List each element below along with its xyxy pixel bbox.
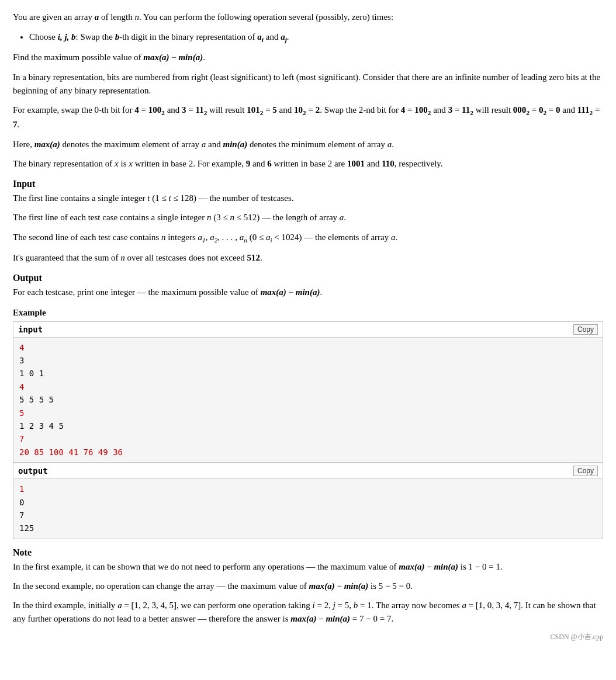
val-110: 110 xyxy=(382,159,394,168)
val-6: 6 xyxy=(267,159,272,168)
operation-list: Choose i, j, b: Swap the b-th digit in t… xyxy=(29,30,603,45)
intro-para1: You are given an array a of length n. Yo… xyxy=(13,11,603,24)
min-a-here: min(a) xyxy=(223,140,248,149)
var-b: b xyxy=(115,32,120,41)
example-section: Example input Copy 4 3 1 0 1 4 5 5 5 5 5… xyxy=(13,308,603,539)
val-1001: 1001 xyxy=(347,159,365,168)
var-aj: aj xyxy=(281,32,287,41)
input-line1: The first line contains a single integer… xyxy=(13,192,603,205)
var-t: t xyxy=(147,193,150,203)
val-100-2b: 1002 xyxy=(414,105,431,115)
min-a-note2: min(a) xyxy=(344,581,369,591)
example-output-block: output Copy 1 0 7 125 xyxy=(13,463,603,539)
here-para: Here, max(a) denotes the maximum element… xyxy=(13,138,603,151)
input-line-1: 4 xyxy=(19,341,597,354)
var-ai: ai xyxy=(257,32,264,41)
val-11-2b: 112 xyxy=(462,105,473,115)
var-a-note3: a xyxy=(117,601,122,610)
footer-credit: CSDN @小吉.cpp xyxy=(13,632,603,642)
problem-statement: You are given an array a of length n. Yo… xyxy=(13,11,603,642)
val-3: 3 xyxy=(182,105,186,115)
input-line2: The first line of each test case contain… xyxy=(13,211,603,224)
max-a-note2: max(a) xyxy=(309,581,334,591)
copy-input-button[interactable]: Copy xyxy=(573,324,598,335)
copy-output-button[interactable]: Copy xyxy=(573,466,598,476)
output-line-3: 7 xyxy=(19,509,597,522)
var-n4: n xyxy=(161,233,166,242)
max-a-note1: max(a) xyxy=(399,562,424,571)
val-3b: 3 xyxy=(448,105,453,115)
var-elements: a1, a2, . . . , an xyxy=(198,233,247,242)
val-9: 9 xyxy=(246,159,251,168)
var-j-note3: j xyxy=(333,601,335,610)
output-line-2: 0 xyxy=(19,496,597,509)
var-a-here2: a xyxy=(387,140,392,149)
input-line-7: 1 2 3 4 5 xyxy=(19,419,597,432)
input-line-6: 5 xyxy=(19,407,597,419)
output-line1: For each testcase, print one integer — t… xyxy=(13,286,603,299)
var-x: x xyxy=(115,159,119,168)
output-section: Output For each testcase, print one inte… xyxy=(13,273,603,299)
var-n2: n xyxy=(207,213,212,222)
output-line-1: 1 xyxy=(19,483,597,495)
var-a-input2: a xyxy=(391,233,396,242)
val-0-2: 02 xyxy=(539,105,546,115)
val-10-2: 102 xyxy=(294,105,306,115)
example-output-label: output xyxy=(18,466,48,476)
input-section: Input The first line contains a single i… xyxy=(13,179,603,265)
var-ai-input: ai xyxy=(266,233,272,242)
max-a-output: max(a) xyxy=(261,287,286,297)
input-title: Input xyxy=(13,179,603,189)
binary-explanation: In a binary representation, bits are num… xyxy=(13,71,603,98)
note-para3: In the third example, initially a = [1, … xyxy=(13,599,603,626)
example-input-header: input Copy xyxy=(13,322,603,338)
val-4: 4 xyxy=(134,105,139,115)
example-swap-para: For example, swap the 0-th bit for 4 = 1… xyxy=(13,103,603,132)
example-output-body: 1 0 7 125 xyxy=(13,479,603,539)
example-input-body: 4 3 1 0 1 4 5 5 5 5 5 1 2 3 4 5 7 20 85 … xyxy=(13,338,603,463)
output-line-4: 125 xyxy=(19,522,597,535)
binary-rep-para: The binary representation of x is x writ… xyxy=(13,157,603,171)
var-n3: n xyxy=(230,213,234,222)
max-a-text: max(a) xyxy=(143,53,169,62)
val-100-2: 1002 xyxy=(148,105,165,115)
input-line4: It's guaranteed that the sum of n over a… xyxy=(13,251,603,265)
var-a-here: a xyxy=(202,140,206,149)
var-ijb: i, j, b xyxy=(58,32,76,41)
var-i-note3: i xyxy=(313,601,315,610)
val-4b: 4 xyxy=(401,105,406,115)
max-a-note3: max(a) xyxy=(290,614,316,623)
min-a-output: min(a) xyxy=(296,287,320,297)
var-a: a xyxy=(95,12,99,22)
note-title: Note xyxy=(13,547,603,558)
note-section: Note In the first example, it can be sho… xyxy=(13,547,603,626)
note-para2: In the second example, no operation can … xyxy=(13,580,603,593)
input-line-5: 5 5 5 5 xyxy=(19,393,597,406)
val-0: 0 xyxy=(556,105,560,115)
note-para1: In the first example, it can be shown th… xyxy=(13,560,603,574)
val-111-2: 1112 xyxy=(577,105,593,115)
var-a-note3b: a xyxy=(462,601,466,610)
val-512: 512 xyxy=(247,253,261,262)
var-x2: x xyxy=(129,159,133,168)
val-7: 7 xyxy=(13,120,18,129)
example-input-label: input xyxy=(18,325,43,334)
var-b-note3: b xyxy=(354,601,358,610)
val-101-2: 1012 xyxy=(247,105,263,115)
output-title: Output xyxy=(13,273,603,283)
input-line-9: 20 85 100 41 76 49 36 xyxy=(19,446,597,459)
input-line-4: 4 xyxy=(19,380,597,393)
input-line-2: 3 xyxy=(19,354,597,367)
var-n5: n xyxy=(120,253,125,262)
val-5: 5 xyxy=(272,105,277,115)
example-title: Example xyxy=(13,308,603,318)
var-a-input: a xyxy=(340,213,344,222)
input-line3: The second line of each test case contai… xyxy=(13,231,603,245)
var-n: n xyxy=(134,12,139,22)
min-a-text: min(a) xyxy=(178,53,203,62)
val-11-2: 112 xyxy=(196,105,207,115)
input-line-8: 7 xyxy=(19,432,597,445)
val-000-2: 0002 xyxy=(513,105,530,115)
val-2: 2 xyxy=(316,105,320,115)
operation-bullet: Choose i, j, b: Swap the b-th digit in t… xyxy=(29,30,603,45)
